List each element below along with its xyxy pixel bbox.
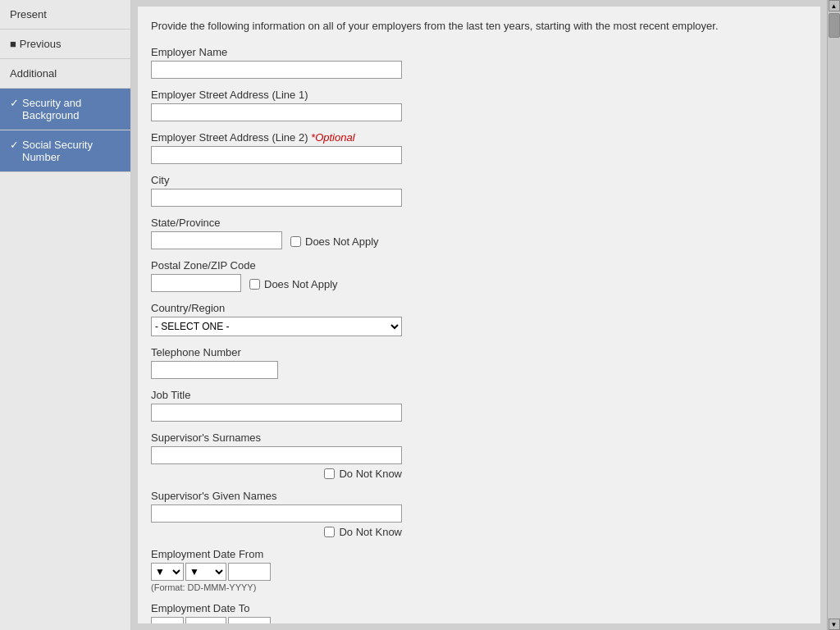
- employment-date-from-month-select[interactable]: ▼: [185, 563, 226, 581]
- employment-date-from-label: Employment Date From: [151, 548, 807, 560]
- employer-street2-group: Employer Street Address (Line 2) *Option…: [151, 131, 807, 164]
- employer-name-input[interactable]: [151, 61, 402, 79]
- previous-check-icon: ■: [10, 38, 16, 50]
- employer-street2-label: Employer Street Address (Line 2) *Option…: [151, 131, 807, 144]
- employer-street2-input[interactable]: [151, 146, 402, 164]
- sidebar-item-label: Social Security Number: [22, 139, 121, 163]
- job-title-group: Job Title: [151, 389, 807, 422]
- country-region-label: Country/Region: [151, 302, 807, 314]
- does-not-apply-zip-label: Does Not Apply: [249, 278, 338, 290]
- telephone-input[interactable]: [151, 361, 278, 379]
- employment-date-from-format: (Format: DD-MMM-YYYY): [151, 582, 807, 592]
- sidebar-item-label: Present: [10, 8, 47, 21]
- employment-date-to-label: Employment Date To: [151, 602, 807, 614]
- content-panel: Provide the following information on all…: [138, 7, 820, 623]
- sidebar-item-previous[interactable]: ■ Previous: [0, 30, 130, 59]
- sidebar-item-additional[interactable]: Additional: [0, 59, 130, 89]
- employer-name-group: Employer Name: [151, 46, 807, 79]
- postal-zip-group: Postal Zone/ZIP Code Does Not Apply: [151, 259, 807, 292]
- scroll-down-button[interactable]: ▼: [829, 619, 840, 630]
- employment-date-to-row: ▼ ▼: [151, 617, 807, 624]
- state-province-input[interactable]: [151, 231, 282, 249]
- sidebar-item-label: Additional: [10, 67, 57, 80]
- optional-label: *Optional: [311, 131, 354, 144]
- intro-text: Provide the following information on all…: [151, 18, 807, 34]
- sidebar-item-label: Security and Background: [22, 97, 121, 121]
- city-group: City: [151, 174, 807, 207]
- sidebar-item-label: Previous: [20, 38, 62, 50]
- main-area: Provide the following information on all…: [131, 0, 827, 630]
- scroll-thumb[interactable]: [829, 13, 840, 38]
- do-not-know-given-names-checkbox[interactable]: [324, 527, 335, 537]
- employer-name-label: Employer Name: [151, 46, 807, 58]
- employment-date-to-month-select[interactable]: ▼: [185, 617, 226, 624]
- sidebar-item-security-background[interactable]: ✓ Security and Background: [0, 89, 130, 130]
- country-region-select[interactable]: - SELECT ONE -: [151, 317, 402, 336]
- sidebar-item-present[interactable]: Present: [0, 0, 130, 30]
- employer-street1-input[interactable]: [151, 103, 402, 121]
- supervisor-given-names-input[interactable]: [151, 504, 402, 523]
- job-title-label: Job Title: [151, 389, 807, 401]
- supervisor-surnames-input[interactable]: [151, 446, 402, 464]
- does-not-apply-state-checkbox[interactable]: [290, 236, 301, 247]
- employment-date-to-year-input[interactable]: [228, 617, 271, 624]
- sidebar: Present ■ Previous Additional ✓ Security…: [0, 0, 131, 630]
- employment-date-from-year-input[interactable]: [228, 563, 271, 581]
- state-province-label: State/Province: [151, 217, 807, 229]
- employment-date-from-row: ▼ ▼: [151, 563, 807, 581]
- do-not-know-surnames-label: Do Not Know: [151, 468, 402, 480]
- scroll-up-button[interactable]: ▲: [829, 0, 840, 11]
- city-label: City: [151, 174, 807, 186]
- job-title-input[interactable]: [151, 404, 402, 422]
- do-not-know-given-names-label: Do Not Know: [151, 526, 402, 538]
- employment-date-from-day-select[interactable]: ▼: [151, 563, 184, 581]
- state-province-group: State/Province Does Not Apply: [151, 217, 807, 249]
- supervisor-given-names-label: Supervisor's Given Names: [151, 490, 807, 502]
- scrollbar: ▲ ▼: [827, 0, 840, 630]
- does-not-apply-zip-checkbox[interactable]: [249, 279, 260, 290]
- employment-date-to-day-select[interactable]: ▼: [151, 617, 184, 624]
- country-region-group: Country/Region - SELECT ONE -: [151, 302, 807, 336]
- telephone-group: Telephone Number: [151, 346, 807, 379]
- employment-date-to-group: Employment Date To ▼ ▼ (Format: DD-MMM-Y…: [151, 602, 807, 624]
- supervisor-surnames-group: Supervisor's Surnames Do Not Know: [151, 431, 807, 480]
- supervisor-given-names-group: Supervisor's Given Names Do Not Know: [151, 490, 807, 538]
- postal-zip-input[interactable]: [151, 274, 241, 292]
- city-input[interactable]: [151, 189, 402, 207]
- do-not-know-surnames-checkbox[interactable]: [324, 468, 335, 479]
- employer-street1-label: Employer Street Address (Line 1): [151, 89, 807, 101]
- employer-street1-group: Employer Street Address (Line 1): [151, 89, 807, 121]
- telephone-label: Telephone Number: [151, 346, 807, 358]
- does-not-apply-state-label: Does Not Apply: [290, 235, 379, 248]
- social-security-check-icon: ✓: [10, 139, 19, 151]
- employment-date-from-group: Employment Date From ▼ ▼ (Format: DD-MMM…: [151, 548, 807, 592]
- postal-zip-label: Postal Zone/ZIP Code: [151, 259, 807, 272]
- supervisor-surnames-label: Supervisor's Surnames: [151, 431, 807, 444]
- sidebar-item-social-security[interactable]: ✓ Social Security Number: [0, 130, 130, 172]
- security-check-icon: ✓: [10, 97, 19, 109]
